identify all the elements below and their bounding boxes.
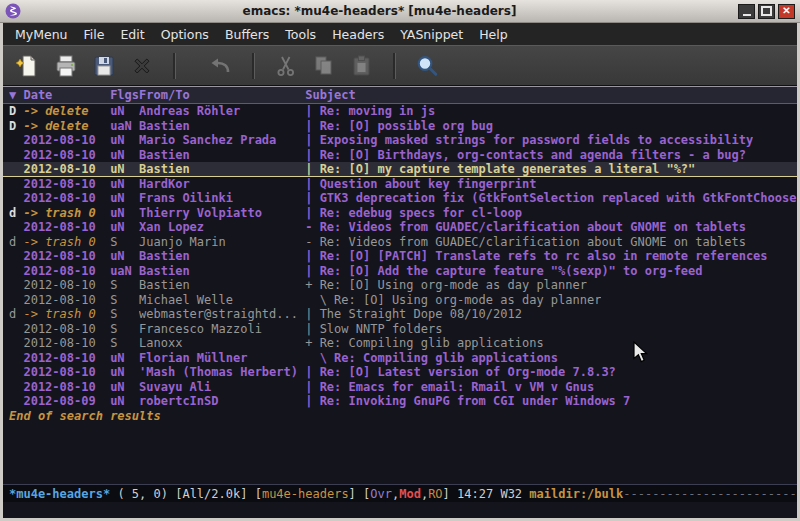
modeline-segment-mode: mu4e-headers	[262, 487, 349, 501]
search-button[interactable]	[410, 50, 444, 82]
modeline-segment-buffer-name: *mu4e-headers*	[9, 487, 110, 501]
modeline-segment-mod: Mod	[399, 487, 421, 501]
menu-file[interactable]: File	[76, 24, 113, 45]
message-list: D -> deleteuNAndreas Röhler| Re: moving …	[3, 104, 797, 409]
modeline-segment-plain: [	[363, 487, 370, 501]
cut-icon	[273, 53, 299, 79]
new-file-button[interactable]	[11, 50, 45, 82]
column-header-subject[interactable]: Subject	[305, 87, 356, 103]
modeline-segment-plain: ]	[349, 487, 363, 501]
message-row[interactable]: d -> trash 0SJuanjo Marin- Re: Videos fr…	[3, 235, 797, 250]
message-row[interactable]: 2012-08-10SBastien+ Re: [O] Using org-mo…	[3, 278, 797, 293]
column-header-from[interactable]: From/To	[139, 87, 305, 103]
menu-yasnippet[interactable]: YASnippet	[392, 24, 471, 45]
end-of-results: End of search results	[3, 409, 797, 424]
close-icon	[129, 53, 155, 79]
header-line: ▼ DateFlgsFrom/ToSubject	[3, 87, 797, 104]
menu-help[interactable]: Help	[471, 24, 516, 45]
modeline-segment-plain: [All/2.0k]	[175, 487, 254, 501]
menu-buffers[interactable]: Buffers	[217, 24, 277, 45]
paste-button[interactable]	[345, 50, 379, 82]
message-row[interactable]: D -> deleteuNAndreas Röhler| Re: moving …	[3, 104, 797, 119]
message-row[interactable]: d -> trash 0uNThierry Volpiatto| Re: ede…	[3, 206, 797, 221]
message-row[interactable]: 2012-08-10uN'Mash (Thomas Herbert)| Re: …	[3, 365, 797, 380]
message-row[interactable]: 2012-08-10SFrancesco Mazzoli| Slow NNTP …	[3, 322, 797, 337]
toolbar	[3, 45, 797, 86]
mode-line: *mu4e-headers* ( 5, 0) [All/2.0k] [mu4e-…	[3, 484, 797, 502]
save-button[interactable]	[87, 50, 121, 82]
buffer: ▼ DateFlgsFrom/ToSubject D -> deleteuNAn…	[3, 86, 797, 518]
close-buffer-button[interactable]	[125, 50, 159, 82]
message-row[interactable]: 2012-08-10uNMario Sanchez Prada| Exposin…	[3, 133, 797, 148]
titlebar[interactable]: emacs: *mu4e-headers* [mu4e-headers]	[0, 0, 800, 23]
column-header-date[interactable]: ▼ Date	[9, 87, 110, 103]
print-icon	[53, 53, 79, 79]
message-row[interactable]: 2012-08-10uNBastien| Re: [O] my capture …	[3, 162, 797, 177]
menu-tools[interactable]: Tools	[277, 24, 324, 45]
buffer-empty-space	[3, 423, 797, 484]
toolbar-separator	[252, 53, 255, 79]
frame-body: MyMenuFileEditOptionsBuffersToolsHeaders…	[3, 23, 797, 518]
minimize-button[interactable]	[738, 4, 755, 19]
modeline-segment-ro: RO	[428, 487, 442, 501]
cut-button[interactable]	[269, 50, 303, 82]
modeline-segment-plain: ]	[443, 487, 457, 501]
undo-button[interactable]	[204, 50, 238, 82]
modeline-segment-plain: ,	[392, 487, 399, 501]
echo-area	[3, 502, 797, 518]
save-icon	[91, 53, 117, 79]
maximize-button[interactable]	[758, 4, 775, 19]
modeline-segment-plain: ( 5, 0)	[110, 487, 175, 501]
window-title: emacs: *mu4e-headers* [mu4e-headers]	[21, 4, 738, 18]
menu-bar: MyMenuFileEditOptionsBuffersToolsHeaders…	[3, 23, 797, 45]
modeline-segment-ovr: Ovr	[370, 487, 392, 501]
menu-headers[interactable]: Headers	[324, 24, 392, 45]
message-row[interactable]: 2012-08-10uNHardKor| Question about key …	[3, 177, 797, 192]
close-button[interactable]	[778, 4, 795, 19]
search-icon	[414, 53, 440, 79]
menu-options[interactable]: Options	[153, 24, 217, 45]
new-file-icon	[15, 53, 41, 79]
message-row[interactable]: 2012-08-10SLanoxx+ Re: Compiling glib ap…	[3, 336, 797, 351]
message-row[interactable]: 2012-08-10uNFrans Oilinki| GTK3 deprecat…	[3, 191, 797, 206]
toolbar-separator	[173, 53, 176, 79]
message-row[interactable]: 2012-08-09uNrobertcInSD| Re: Invoking Gn…	[3, 394, 797, 409]
undo-icon	[208, 53, 234, 79]
message-row[interactable]: 2012-08-10uaNBastien| Re: [O] Add the ca…	[3, 264, 797, 279]
message-row[interactable]: 2012-08-10uNFlorian Müllner \ Re: Compil…	[3, 351, 797, 366]
toolbar-separator	[393, 53, 396, 79]
modeline-segment-dashes: ----------------------------------------…	[623, 487, 797, 501]
print-button[interactable]	[49, 50, 83, 82]
message-row[interactable]: D -> deleteuaNBastien| Re: [O] possible …	[3, 119, 797, 134]
message-row[interactable]: 2012-08-10uNSuvayu Ali| Re: Emacs for em…	[3, 380, 797, 395]
modeline-segment-plain: W32	[500, 487, 529, 501]
message-row[interactable]: 2012-08-10uNBastien| Re: [O] Birthdays, …	[3, 148, 797, 163]
emacs-window: emacs: *mu4e-headers* [mu4e-headers] MyM…	[0, 0, 800, 521]
modeline-segment-plain: 14:27	[457, 487, 500, 501]
window-controls	[738, 4, 795, 19]
message-row[interactable]: 2012-08-10SMichael Welle \ Re: [O] Using…	[3, 293, 797, 308]
column-header-flags[interactable]: Flgs	[110, 87, 139, 103]
copy-button[interactable]	[307, 50, 341, 82]
emacs-icon	[5, 3, 21, 19]
menu-edit[interactable]: Edit	[112, 24, 152, 45]
message-row[interactable]: d -> trash 0Swebmaster@straightd...| The…	[3, 307, 797, 322]
message-row[interactable]: 2012-08-10uNBastien| Re: [O] [PATCH] Tra…	[3, 249, 797, 264]
modeline-segment-plain: [	[255, 487, 262, 501]
modeline-segment-plain: ,	[421, 487, 428, 501]
menu-mymenu[interactable]: MyMenu	[7, 24, 76, 45]
copy-icon	[311, 53, 337, 79]
modeline-segment-dir: maildir:/bulk	[529, 487, 623, 501]
paste-icon	[349, 53, 375, 79]
message-row[interactable]: 2012-08-10uNXan Lopez- Re: Videos from G…	[3, 220, 797, 235]
